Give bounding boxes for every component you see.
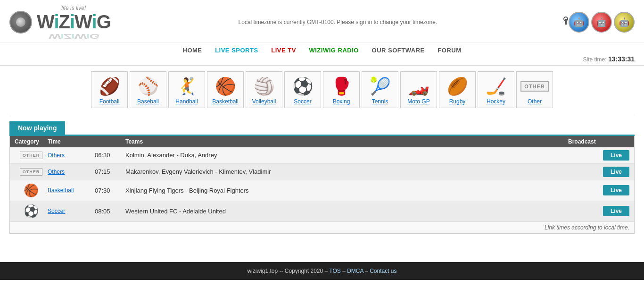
row3-live: Live [568, 185, 629, 195]
table-row: 🏀 Basketball 07:30 Xinjiang Flying Tiger… [10, 180, 634, 201]
footer-sep1: – [342, 268, 347, 274]
football-label: Football [99, 98, 120, 105]
row2-live: Live [568, 167, 629, 177]
row2-icon: OTHER [15, 168, 48, 176]
row1-category[interactable]: Others [48, 152, 95, 159]
boxing-label: Boxing [333, 98, 350, 105]
sports-bar: 🏈 Football ⚾ Baseball 🤾 Handball 🏀 Baske… [9, 66, 635, 114]
sport-other[interactable]: OTHER Other [516, 71, 553, 108]
handball-label: Handball [175, 98, 198, 105]
robot-icons: 🤖 🤖 🤖 [565, 12, 635, 33]
row2-category[interactable]: Others [48, 169, 95, 175]
row3-teams: Xinjiang Flying Tigers - Beijing Royal F… [125, 187, 568, 194]
row2-live-button[interactable]: Live [603, 167, 629, 177]
rugby-label: Rugby [449, 98, 466, 105]
hockey-label: Hockey [487, 98, 505, 105]
logo-text-area: life is live! WiZiWiG WiZiWiG [37, 5, 111, 40]
other-icon: OTHER [523, 75, 546, 98]
logo-area: life is live! WiZiWiG WiZiWiG [9, 5, 111, 40]
basketball-label: Basketball [212, 98, 238, 105]
navigation: HOME LIVE SPORTS LIVE TV WIZIWIG RADIO O… [0, 43, 644, 66]
sport-volleyball[interactable]: 🏐 Volleyball [246, 71, 282, 108]
boxing-icon: 🥊 [330, 75, 353, 98]
baseball-icon: ⚾ [136, 75, 160, 98]
motogp-icon: 🏎️ [407, 75, 430, 98]
table-row: OTHER Others 07:15 Makarenkov, Evgeny Va… [10, 164, 634, 180]
header: life is live! WiZiWiG WiZiWiG Local time… [0, 0, 644, 43]
table-row: OTHER Others 06:30 Kolmin, Alexander - D… [10, 147, 634, 164]
col-category: Category [15, 138, 48, 145]
schedule-table: Category Time Teams Broadcast OTHER Othe… [9, 136, 635, 234]
handball-icon: 🤾 [175, 75, 198, 98]
tennis-label: Tennis [372, 98, 388, 105]
other-label: Other [528, 98, 542, 105]
volleyball-label: Volleyball [252, 98, 276, 105]
col-broadcast: Broadcast [568, 138, 629, 145]
volleyball-icon: 🏐 [252, 75, 276, 98]
sport-tennis[interactable]: 🎾 Tennis [362, 71, 398, 108]
soccer-label: Soccer [294, 98, 311, 105]
table-header: Category Time Teams Broadcast [10, 136, 634, 147]
robot-red: 🤖 [591, 12, 612, 33]
row1-icon: OTHER [15, 152, 48, 159]
row4-live-button[interactable]: Live [603, 206, 629, 216]
logo-main: WiZiWiG [37, 12, 111, 31]
now-playing-tab[interactable]: Now playing [9, 121, 65, 135]
row1-teams: Kolmin, Alexander - Duka, Andrey [125, 152, 568, 159]
rugby-icon: 🏉 [446, 75, 469, 98]
site-time-value: 13:33:31 [608, 55, 635, 63]
soccer-icon: ⚽ [291, 75, 314, 98]
col-teams [95, 138, 125, 145]
nav-software[interactable]: OUR SOFTWARE [372, 47, 425, 54]
sport-handball[interactable]: 🤾 Handball [168, 71, 205, 108]
nav-live-tv[interactable]: LIVE TV [271, 47, 296, 54]
row4-live: Live [568, 206, 629, 216]
sport-boxing[interactable]: 🥊 Boxing [323, 71, 360, 108]
row4-category[interactable]: Soccer [48, 208, 95, 214]
footer-sep2: – [365, 268, 370, 274]
nav-forum[interactable]: FORUM [438, 47, 461, 54]
nav-radio[interactable]: WIZIWIG RADIO [309, 47, 358, 54]
nav-home[interactable]: HOME [183, 47, 202, 54]
sport-rugby[interactable]: 🏉 Rugby [439, 71, 476, 108]
sport-hockey[interactable]: 🏒 Hockey [478, 71, 514, 108]
baseball-label: Baseball [137, 98, 159, 105]
timezone-message: Local timezone is currently GMT-0100. Pl… [111, 19, 565, 25]
sport-baseball[interactable]: ⚾ Baseball [130, 71, 166, 108]
hockey-icon: 🏒 [484, 75, 508, 98]
footer-text: wiziwig1.top -- Copyright 2020 – [247, 268, 328, 274]
row3-category[interactable]: Basketball [48, 187, 95, 194]
row4-icon: ⚽ [15, 204, 48, 219]
col-time: Time [48, 138, 95, 145]
row1-live-button[interactable]: Live [603, 150, 629, 161]
footer: wiziwig1.top -- Copyright 2020 – TOS – D… [0, 262, 644, 280]
logo-tagline: life is live! [61, 5, 86, 11]
logo-reflection: WiZiWiG [49, 34, 99, 38]
row1-time: 06:30 [95, 152, 125, 159]
sport-football[interactable]: 🏈 Football [91, 71, 128, 108]
football-icon: 🏈 [98, 75, 121, 98]
row2-teams: Makarenkov, Evgeny Valerievich - Kliment… [125, 168, 568, 175]
main-content: Now playing Category Time Teams Broadcas… [9, 121, 635, 234]
row3-icon: 🏀 [15, 183, 48, 198]
sport-basketball[interactable]: 🏀 Basketball [207, 71, 244, 108]
col-teams-label: Teams [125, 138, 568, 145]
footer-contact[interactable]: Contact us [370, 268, 396, 274]
basketball-icon: 🏀 [214, 75, 237, 98]
row4-teams: Western United FC - Adelaide United [125, 208, 568, 215]
nav-live-sports[interactable]: LIVE SPORTS [215, 47, 258, 54]
robot-yellow: 🤖 [614, 12, 635, 33]
robot-blue: 🤖 [569, 12, 589, 33]
footer-dmca[interactable]: DMCA [347, 268, 363, 274]
footer-tos[interactable]: TOS [329, 268, 340, 274]
site-time: Site time: 13:33:31 [0, 54, 644, 65]
row4-time: 08:05 [95, 208, 125, 215]
table-footnote: Link times according to local time. [10, 222, 634, 233]
robot-icon-left [9, 11, 32, 34]
sport-motogp[interactable]: 🏎️ Moto GP [400, 71, 437, 108]
sport-soccer[interactable]: ⚽ Soccer [284, 71, 321, 108]
row3-live-button[interactable]: Live [603, 185, 629, 195]
row2-time: 07:15 [95, 168, 125, 175]
robot-antenna-left [565, 19, 567, 25]
tennis-icon: 🎾 [368, 75, 392, 98]
